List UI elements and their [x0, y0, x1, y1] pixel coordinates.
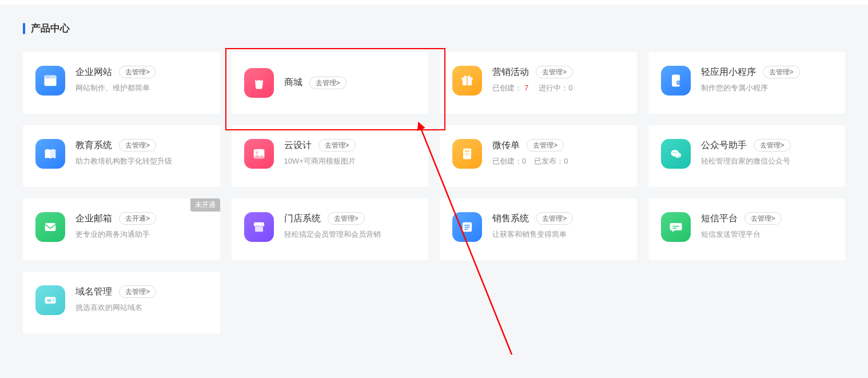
stats-created-label: 已创建： — [492, 83, 522, 92]
card-title: 教育系统 — [75, 140, 112, 152]
manage-button[interactable]: 去管理> — [119, 139, 156, 152]
svg-point-17 — [672, 152, 674, 153]
manage-button[interactable]: 去管理> — [119, 66, 156, 78]
card-desc: 网站制作、维护都简单 — [75, 83, 208, 93]
stats-created-value: 7 — [524, 83, 528, 92]
list-icon — [452, 212, 482, 242]
card-desc: 挑选喜欢的网站域名 — [75, 303, 208, 313]
gift-icon — [452, 66, 482, 96]
svg-rect-24 — [464, 226, 469, 228]
card-stats: 已创建：0已发布：0 — [492, 156, 624, 166]
svg-rect-23 — [464, 225, 469, 226]
card-title: 微传单 — [492, 140, 520, 152]
card-sms-platform[interactable]: 短信平台 去管理> 短信发送管理平台 — [648, 198, 846, 260]
svg-rect-31 — [53, 300, 55, 301]
card-enterprise-site[interactable]: 企业网站 去管理> 网站制作、维护都简单 — [23, 52, 220, 114]
stats-created-label: 已创建： — [492, 157, 522, 165]
svg-rect-27 — [672, 228, 676, 229]
card-title: 商城 — [284, 77, 302, 89]
card-store-system[interactable]: 门店系统 去管理> 轻松搞定会员管理和会员营销 — [232, 198, 429, 260]
svg-point-18 — [675, 152, 676, 153]
manage-button[interactable]: 去管理> — [119, 285, 156, 298]
card-mall[interactable]: 商城 去管理> — [232, 52, 429, 114]
svg-rect-25 — [464, 229, 468, 230]
svg-rect-6 — [467, 77, 468, 85]
card-desc: 制作您的专属小程序 — [701, 83, 833, 93]
card-title: 企业网站 — [75, 66, 112, 78]
card-title: 域名管理 — [75, 286, 112, 298]
stats-created-value: 0 — [522, 157, 526, 165]
manage-button[interactable]: 去管理> — [763, 66, 800, 78]
store-icon — [244, 212, 274, 242]
manage-button[interactable]: 去管理> — [318, 139, 356, 152]
card-sales-system[interactable]: 销售系统 去管理> 让获客和销售变得简单 — [440, 198, 637, 260]
domain-icon: W. — [35, 285, 65, 315]
stats-running-value: 0 — [568, 83, 572, 92]
manage-button[interactable]: 去管理> — [328, 212, 365, 225]
svg-rect-20 — [45, 223, 56, 231]
activate-button[interactable]: 去开通> — [119, 212, 156, 225]
svg-rect-30 — [53, 299, 55, 300]
manage-button[interactable]: 去管理> — [527, 139, 564, 152]
card-desc: 更专业的商务沟通助手 — [75, 229, 208, 240]
card-title: 门店系统 — [284, 213, 321, 225]
book-icon — [35, 139, 65, 169]
card-title: 短信平台 — [701, 213, 738, 225]
miniprogram-icon — [661, 66, 691, 96]
card-marketing[interactable]: 营销活动 去管理> 已创建：7进行中：0 — [440, 52, 637, 114]
card-title: 公众号助手 — [701, 140, 747, 152]
svg-point-2 — [46, 77, 47, 78]
section-title-text: 产品中心 — [31, 22, 70, 35]
stats-running-label: 进行中： — [539, 83, 568, 92]
card-stats: 已创建：7进行中：0 — [492, 83, 624, 93]
chat-bubble-icon — [661, 212, 691, 242]
svg-point-3 — [48, 77, 49, 78]
svg-rect-14 — [465, 154, 468, 156]
browser-window-icon — [35, 66, 65, 96]
card-desc: 10W+可商用模板图片 — [284, 156, 416, 166]
card-wechat-helper[interactable]: 公众号助手 去管理> 轻松管理自家的微信公众号 — [648, 125, 846, 187]
card-title: 销售系统 — [492, 213, 529, 225]
stats-published-label: 已发布： — [534, 157, 564, 165]
card-desc: 轻松管理自家的微信公众号 — [701, 156, 833, 166]
manage-button[interactable]: 去管理> — [754, 139, 791, 152]
section-title: 产品中心 — [23, 22, 845, 35]
svg-text:W.: W. — [47, 298, 52, 303]
shopping-bag-icon — [244, 68, 274, 98]
card-enterprise-mail[interactable]: 未开通 企业邮箱 去开通> 更专业的商务沟通助手 — [23, 198, 220, 260]
card-desc: 让获客和销售变得简单 — [492, 229, 624, 240]
card-desc: 助力教培机构数字化转型升级 — [75, 156, 208, 166]
badge-not-activated: 未开通 — [190, 198, 220, 212]
svg-rect-21 — [255, 226, 263, 232]
card-lite-app[interactable]: 轻应用小程序 去管理> 制作您的专属小程序 — [648, 52, 846, 114]
manage-button[interactable]: 去管理> — [536, 66, 573, 78]
manage-button[interactable]: 去管理> — [309, 77, 347, 89]
manage-button[interactable]: 去管理> — [536, 212, 573, 225]
top-bar-spacer — [0, 0, 868, 5]
envelope-icon — [35, 212, 65, 242]
content-wrapper: 产品中心 企业网站 去管理> 网站制作、维护都简单 商城 — [0, 5, 868, 351]
svg-point-10 — [256, 152, 258, 154]
card-title: 营销活动 — [492, 66, 529, 78]
svg-rect-13 — [465, 153, 469, 154]
card-micro-flyer[interactable]: 微传单 去管理> 已创建：0已发布：0 — [440, 125, 637, 187]
card-title: 企业邮箱 — [75, 213, 112, 225]
cards-grid: 企业网站 去管理> 网站制作、维护都简单 商城 去管理> — [23, 52, 845, 333]
card-desc: 短信发送管理平台 — [701, 229, 833, 240]
card-title: 轻应用小程序 — [701, 66, 756, 78]
card-education[interactable]: 教育系统 去管理> 助力教培机构数字化转型升级 — [23, 125, 220, 187]
stats-published-value: 0 — [564, 157, 568, 165]
card-title: 云设计 — [284, 140, 312, 152]
svg-rect-12 — [465, 150, 469, 152]
flyer-icon — [452, 139, 482, 169]
card-cloud-design[interactable]: 云设计 去管理> 10W+可商用模板图片 — [232, 125, 429, 187]
wechat-icon — [661, 139, 691, 169]
card-desc: 轻松搞定会员管理和会员营销 — [284, 229, 416, 240]
image-icon — [244, 139, 274, 169]
section-title-bar — [23, 23, 25, 34]
manage-button[interactable]: 去管理> — [744, 212, 782, 225]
svg-rect-26 — [672, 226, 679, 227]
card-domain-manage[interactable]: W. 域名管理 去管理> 挑选喜欢的网站域名 — [23, 272, 220, 333]
